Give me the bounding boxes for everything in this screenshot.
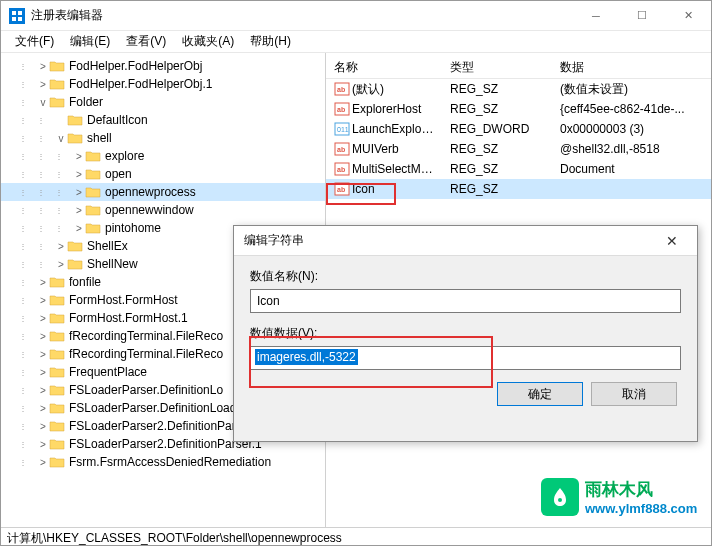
value-data-input[interactable]: imageres.dll,-5322 <box>250 346 681 370</box>
header-data[interactable]: 数据 <box>552 57 711 78</box>
menu-view[interactable]: 查看(V) <box>118 31 174 52</box>
value-type: REG_SZ <box>442 81 552 97</box>
tree-toggle[interactable]: > <box>37 367 49 378</box>
dialog-titlebar: 编辑字符串 ✕ <box>234 226 697 256</box>
tree-item[interactable]: ⋮ ⋮ DefaultIcon <box>1 111 325 129</box>
cancel-button[interactable]: 取消 <box>591 382 677 406</box>
tree-toggle[interactable]: > <box>73 151 85 162</box>
tree-label: FSLoaderParser2.DefinitionParser <box>69 419 252 433</box>
list-row[interactable]: abMUIVerbREG_SZ@shell32.dll,-8518 <box>326 139 711 159</box>
value-name: MUIVerb <box>352 142 399 156</box>
ok-button[interactable]: 确定 <box>497 382 583 406</box>
dialog-close-button[interactable]: ✕ <box>657 233 687 249</box>
svg-text:ab: ab <box>337 86 345 93</box>
menu-edit[interactable]: 编辑(E) <box>62 31 118 52</box>
value-data: 0x00000003 (3) <box>552 121 711 137</box>
value-name: Icon <box>352 182 375 196</box>
svg-rect-1 <box>12 11 16 15</box>
value-name-input[interactable] <box>250 289 681 313</box>
tree-label: ShellNew <box>87 257 138 271</box>
tree-item[interactable]: ⋮ ⋮ ⋮ >opennewprocess <box>1 183 325 201</box>
tree-toggle[interactable]: > <box>37 277 49 288</box>
maximize-button[interactable]: ☐ <box>619 1 665 31</box>
tree-toggle[interactable]: v <box>55 133 67 144</box>
tree-label: pintohome <box>105 221 161 235</box>
tree-item[interactable]: ⋮ vFolder <box>1 93 325 111</box>
header-name[interactable]: 名称 <box>326 57 442 78</box>
tree-toggle[interactable]: > <box>73 169 85 180</box>
tree-item[interactable]: ⋮ ⋮ ⋮ >opennewwindow <box>1 201 325 219</box>
close-button[interactable]: ✕ <box>665 1 711 31</box>
tree-toggle[interactable]: > <box>37 295 49 306</box>
menu-file[interactable]: 文件(F) <box>7 31 62 52</box>
tree-item[interactable]: ⋮ ⋮ ⋮ >explore <box>1 147 325 165</box>
tree-toggle[interactable]: > <box>37 313 49 324</box>
tree-label: ShellEx <box>87 239 128 253</box>
tree-toggle[interactable]: > <box>37 331 49 342</box>
value-data <box>552 188 711 190</box>
tree-toggle[interactable]: > <box>37 439 49 450</box>
tree-label: FormHost.FormHost <box>69 293 178 307</box>
tree-label: FSLoaderParser.DefinitionLoader.1 <box>69 401 256 415</box>
list-row[interactable]: 011LaunchExplore...REG_DWORD0x00000003 (… <box>326 119 711 139</box>
value-data: {ceff45ee-c862-41de-... <box>552 101 711 117</box>
header-type[interactable]: 类型 <box>442 57 552 78</box>
list-row[interactable]: abExplorerHostREG_SZ{ceff45ee-c862-41de-… <box>326 99 711 119</box>
tree-label: fonfile <box>69 275 101 289</box>
tree-item[interactable]: ⋮ >Fsrm.FsrmAccessDeniedRemediation <box>1 453 325 471</box>
tree-label: DefaultIcon <box>87 113 148 127</box>
tree-toggle[interactable]: v <box>37 97 49 108</box>
tree-toggle[interactable]: > <box>37 403 49 414</box>
tree-toggle[interactable]: > <box>55 241 67 252</box>
menubar: 文件(F) 编辑(E) 查看(V) 收藏夹(A) 帮助(H) <box>1 31 711 53</box>
tree-item[interactable]: ⋮ ⋮ vshell <box>1 129 325 147</box>
tree-toggle[interactable]: > <box>37 61 49 72</box>
tree-label: FormHost.FormHost.1 <box>69 311 188 325</box>
tree-item[interactable]: ⋮ >FodHelper.FodHelperObj.1 <box>1 75 325 93</box>
dialog-title: 编辑字符串 <box>244 232 657 249</box>
svg-text:ab: ab <box>337 186 345 193</box>
value-name-label: 数值名称(N): <box>250 268 681 285</box>
tree-toggle[interactable]: > <box>55 259 67 270</box>
tree-toggle[interactable]: > <box>37 349 49 360</box>
statusbar: 计算机\HKEY_CLASSES_ROOT\Folder\shell\openn… <box>1 527 711 545</box>
watermark: 雨林木风 www.ylmf888.com <box>541 475 701 519</box>
tree-toggle[interactable]: > <box>37 79 49 90</box>
tree-toggle[interactable]: > <box>73 205 85 216</box>
tree-toggle[interactable]: > <box>37 385 49 396</box>
window-title: 注册表编辑器 <box>31 7 573 24</box>
menu-favorites[interactable]: 收藏夹(A) <box>174 31 242 52</box>
tree-toggle[interactable]: > <box>73 187 85 198</box>
svg-rect-4 <box>18 17 22 21</box>
value-type: REG_SZ <box>442 141 552 157</box>
value-name: MultiSelectMo... <box>352 162 437 176</box>
svg-point-17 <box>558 498 562 502</box>
tree-label: fRecordingTerminal.FileReco <box>69 329 223 343</box>
svg-text:ab: ab <box>337 106 345 113</box>
tree-label: Folder <box>69 95 103 109</box>
minimize-button[interactable]: ─ <box>573 1 619 31</box>
list-row[interactable]: ab(默认)REG_SZ(数值未设置) <box>326 79 711 99</box>
app-icon <box>9 8 25 24</box>
tree-toggle[interactable]: > <box>37 457 49 468</box>
value-type: REG_SZ <box>442 161 552 177</box>
tree-label: Fsrm.FsrmAccessDeniedRemediation <box>69 455 271 469</box>
value-name: LaunchExplore... <box>352 122 442 136</box>
list-row[interactable]: abMultiSelectMo...REG_SZDocument <box>326 159 711 179</box>
menu-help[interactable]: 帮助(H) <box>242 31 299 52</box>
svg-rect-2 <box>18 11 22 15</box>
watermark-logo-icon <box>541 478 579 516</box>
svg-text:ab: ab <box>337 146 345 153</box>
tree-label: shell <box>87 131 112 145</box>
list-row[interactable]: abIconREG_SZ <box>326 179 711 199</box>
tree-item[interactable]: ⋮ ⋮ ⋮ >open <box>1 165 325 183</box>
value-data: @shell32.dll,-8518 <box>552 141 711 157</box>
tree-label: opennewwindow <box>105 203 194 217</box>
tree-label: opennewprocess <box>105 185 196 199</box>
tree-label: FodHelper.FodHelperObj <box>69 59 202 73</box>
tree-toggle[interactable]: > <box>37 421 49 432</box>
tree-toggle[interactable]: > <box>73 223 85 234</box>
tree-item[interactable]: ⋮ >FodHelper.FodHelperObj <box>1 57 325 75</box>
watermark-url: www.ylmf888.com <box>585 501 697 516</box>
list-header: 名称 类型 数据 <box>326 57 711 79</box>
